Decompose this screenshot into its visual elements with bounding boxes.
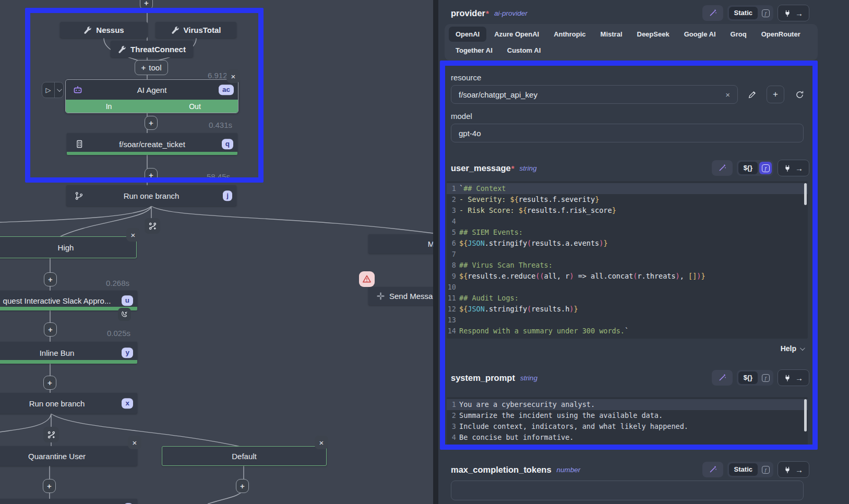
provider-tab-custom-ai[interactable]: Custom AI bbox=[500, 43, 548, 58]
send-message-node[interactable]: Send Message bbox=[368, 287, 433, 305]
default-branch-node[interactable]: Default bbox=[162, 446, 327, 466]
insert-step-connector-top[interactable]: + bbox=[140, 0, 153, 10]
magic-wand-button[interactable] bbox=[712, 160, 733, 176]
provider-tab-groq[interactable]: Groq bbox=[724, 27, 754, 42]
function-icon[interactable]: ƒ bbox=[759, 7, 772, 19]
model-input[interactable] bbox=[451, 124, 804, 142]
close-icon[interactable]: × bbox=[126, 228, 140, 242]
connect-run-button[interactable]: → bbox=[778, 369, 809, 386]
provider-tab-anthropic[interactable]: Anthropic bbox=[547, 27, 592, 42]
provider-tab-mistral[interactable]: Mistral bbox=[594, 27, 629, 42]
insert-step-connector[interactable]: + bbox=[145, 116, 158, 130]
node-label: quest Interactive Slack Appro... bbox=[3, 296, 111, 305]
provider-tab-deepseek[interactable]: DeepSeek bbox=[630, 27, 676, 42]
close-icon[interactable]: × bbox=[226, 69, 240, 83]
max-completion-tokens-input[interactable] bbox=[451, 481, 804, 500]
node-label: VirusTotal bbox=[184, 26, 221, 34]
run-step-button[interactable]: ▷ bbox=[42, 82, 64, 98]
branch-add-icon[interactable] bbox=[145, 218, 160, 234]
insert-step-connector[interactable]: + bbox=[43, 376, 56, 390]
function-icon[interactable]: ƒ bbox=[759, 371, 772, 384]
connect-run-button[interactable]: → bbox=[778, 160, 809, 176]
agent-out-port[interactable]: Out bbox=[152, 100, 238, 113]
run-one-branch-node-b[interactable]: Run one branch x bbox=[0, 393, 137, 414]
play-icon[interactable]: ▷ bbox=[42, 82, 55, 98]
static-mode-pill[interactable]: Static bbox=[729, 7, 758, 19]
provider-tab-openrouter[interactable]: OpenRouter bbox=[755, 27, 807, 42]
branch-add-icon[interactable] bbox=[43, 427, 59, 442]
provider-tab-azure-openai[interactable]: Azure OpenAI bbox=[487, 27, 546, 42]
user-message-mode-toggle[interactable]: ${} ƒ bbox=[737, 160, 773, 176]
max-completion-tokens-field-label: max_completion_tokens bbox=[451, 465, 552, 475]
resource-label: resource bbox=[451, 73, 809, 82]
magic-wand-button[interactable] bbox=[702, 462, 723, 477]
tool-node-nessus[interactable]: Nessus bbox=[60, 22, 148, 38]
editor-scrollbar[interactable] bbox=[804, 183, 807, 205]
insert-step-connector[interactable]: + bbox=[44, 322, 57, 337]
provider-tab-together-ai[interactable]: Together AI bbox=[449, 43, 499, 58]
template-mode-pill[interactable]: ${} bbox=[738, 371, 758, 384]
inline-bun-node[interactable]: Inline Bun y bbox=[0, 342, 137, 364]
insert-step-connector[interactable]: + bbox=[44, 272, 57, 286]
duration-label-inline-bun: 0.025s bbox=[99, 329, 130, 338]
step-id-badge: ac bbox=[219, 85, 234, 95]
user-message-editor[interactable]: 1`## Context2- Severity: ${results.f.sev… bbox=[447, 181, 808, 339]
connect-run-button[interactable]: → bbox=[778, 5, 809, 21]
user-message-field-type: string bbox=[520, 164, 537, 172]
editor-scrollbar[interactable] bbox=[804, 399, 807, 431]
provider-mode-toggle[interactable]: Static ƒ bbox=[727, 5, 773, 21]
node-label: f/soar/create_ticket bbox=[119, 140, 185, 149]
user-message-field-label: user_message bbox=[451, 163, 511, 173]
provider-tab-google-ai[interactable]: Google AI bbox=[677, 27, 723, 42]
medium-branch-node[interactable]: M bbox=[368, 234, 433, 254]
resource-input[interactable]: × bbox=[451, 85, 738, 104]
quarantine-user-node[interactable]: Quarantine User bbox=[0, 446, 137, 466]
agent-in-port[interactable]: In bbox=[66, 100, 152, 113]
step-id-badge: x bbox=[122, 398, 133, 409]
duration-label-create-ticket: 0.431s bbox=[201, 121, 232, 129]
system-prompt-editor[interactable]: 1You are a cybersecurity analyst.2Summar… bbox=[447, 397, 808, 445]
chevron-down-icon[interactable] bbox=[55, 82, 63, 98]
connect-run-button[interactable]: → bbox=[778, 461, 809, 478]
static-mode-pill[interactable]: Static bbox=[729, 463, 758, 476]
app-window: + Nessus VirusTotal ThreatConnect + tool… bbox=[0, 0, 849, 504]
edit-resource-button[interactable] bbox=[748, 90, 757, 99]
close-icon[interactable]: × bbox=[315, 436, 328, 449]
function-icon[interactable]: ƒ bbox=[759, 162, 772, 174]
workflow-canvas[interactable]: + Nessus VirusTotal ThreatConnect + tool… bbox=[0, 0, 433, 504]
tool-node-threatconnect[interactable]: ThreatConnect bbox=[111, 41, 193, 57]
insert-step-connector[interactable]: + bbox=[236, 479, 249, 493]
arrow-right-icon: → bbox=[795, 374, 803, 382]
provider-tab-openai[interactable]: OpenAI bbox=[449, 27, 486, 42]
insert-step-connector[interactable]: + bbox=[43, 479, 56, 493]
help-label[interactable]: Help bbox=[781, 344, 796, 353]
slack-approval-node[interactable]: quest Interactive Slack Appro... u bbox=[0, 291, 137, 310]
refresh-icon bbox=[795, 90, 804, 99]
clear-icon[interactable]: × bbox=[725, 90, 730, 99]
max-completion-tokens-value[interactable] bbox=[459, 486, 796, 495]
duration-label-slack-approval: 0.268s bbox=[98, 279, 129, 287]
magic-wand-button[interactable] bbox=[702, 5, 723, 21]
slack-icon bbox=[377, 292, 385, 300]
insert-step-connector[interactable]: + bbox=[145, 168, 158, 182]
tool-node-virustotal[interactable]: VirusTotal bbox=[156, 22, 236, 38]
refresh-resources-button[interactable] bbox=[795, 90, 804, 99]
model-input-value[interactable] bbox=[459, 129, 796, 138]
magic-wand-button[interactable] bbox=[712, 370, 733, 386]
high-branch-node[interactable]: High bbox=[0, 236, 137, 258]
template-mode-pill[interactable]: ${} bbox=[738, 162, 758, 174]
tool-port-pill[interactable]: + tool bbox=[135, 60, 168, 75]
close-icon[interactable]: × bbox=[128, 436, 141, 449]
ai-agent-node[interactable]: AI Agent ac In Out bbox=[65, 79, 238, 113]
resource-input-value[interactable] bbox=[459, 90, 721, 99]
run-one-branch-node-a[interactable]: Run one branch j bbox=[66, 185, 236, 206]
add-resource-button[interactable]: + bbox=[767, 86, 784, 103]
partial-node-bottom[interactable] bbox=[0, 499, 137, 504]
system-prompt-mode-toggle[interactable]: ${} ƒ bbox=[737, 370, 773, 386]
max-tokens-mode-toggle[interactable]: Static ƒ bbox=[727, 462, 773, 477]
create-ticket-node[interactable]: f/soar/create_ticket q bbox=[67, 133, 237, 155]
function-icon[interactable]: ƒ bbox=[759, 463, 772, 476]
help-dropdown[interactable]: Help bbox=[451, 343, 804, 354]
magic-wand-icon bbox=[709, 9, 717, 17]
wrench-icon bbox=[118, 45, 126, 53]
